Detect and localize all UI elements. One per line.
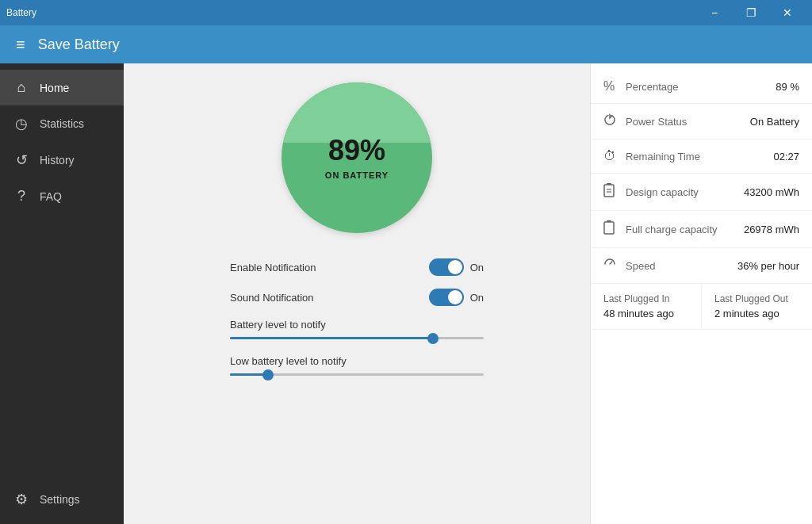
- full-charge-value: 26978 mWh: [744, 224, 799, 235]
- svg-rect-5: [604, 222, 614, 234]
- settings-icon: ⚙: [13, 491, 30, 508]
- content-area: 89% ON BATTERY Enable Notification On So…: [124, 63, 812, 524]
- enable-notification-row: Enable Notification On: [230, 258, 484, 276]
- low-battery-thumb[interactable]: [262, 369, 274, 381]
- info-row-full-charge: Full charge capacity 26978 mWh: [591, 211, 812, 248]
- sound-notification-toggle[interactable]: [429, 289, 464, 306]
- info-row-remaining: ⏱ Remaining Time 02:27: [591, 140, 812, 174]
- plug-in-title: Last Plugged In: [603, 293, 688, 304]
- battery-status: ON BATTERY: [325, 170, 389, 180]
- battery-level-track: [230, 337, 484, 339]
- minimize-button[interactable]: −: [696, 0, 733, 25]
- sidebar-item-history[interactable]: ↺ History: [0, 142, 124, 178]
- enable-notification-value: On: [470, 262, 484, 273]
- plug-section: Last Plugged In 48 minutes ago Last Plug…: [591, 284, 812, 330]
- speed-icon: [603, 258, 626, 273]
- info-row-speed: Speed 36% per hour: [591, 248, 812, 284]
- info-panel: % Percentage 89 % Power Status On Batter…: [590, 63, 812, 524]
- sidebar-item-statistics[interactable]: ◷ Statistics: [0, 105, 124, 142]
- low-battery-track: [230, 373, 484, 376]
- plug-out-cell: Last Plugged Out 2 minutes ago: [702, 284, 812, 329]
- sidebar-label-history: History: [40, 154, 75, 166]
- close-button[interactable]: ✕: [769, 0, 806, 25]
- sidebar-label-settings: Settings: [40, 493, 80, 506]
- svg-rect-1: [604, 185, 614, 197]
- speed-value: 36% per hour: [737, 260, 799, 272]
- battery-level-label: Battery level to notify: [230, 319, 484, 331]
- sound-notification-label: Sound Notification: [230, 292, 429, 304]
- titlebar-controls: − ❐ ✕: [696, 0, 806, 25]
- sidebar-footer: ⚙ Settings: [0, 481, 124, 524]
- sidebar-item-home[interactable]: ⌂ Home: [0, 70, 124, 105]
- remaining-label: Remaining Time: [626, 151, 773, 163]
- settings-controls: Enable Notification On Sound Notificatio…: [230, 258, 484, 392]
- sidebar-item-faq[interactable]: ? FAQ: [0, 178, 124, 214]
- percentage-icon: %: [603, 79, 626, 94]
- plug-in-cell: Last Plugged In 48 minutes ago: [591, 284, 702, 329]
- design-capacity-label: Design capacity: [626, 186, 744, 198]
- home-icon: ⌂: [13, 79, 30, 96]
- sidebar-item-settings[interactable]: ⚙ Settings: [0, 481, 124, 518]
- power-status-value: On Battery: [750, 116, 799, 128]
- faq-icon: ?: [13, 188, 30, 205]
- design-capacity-value: 43200 mWh: [744, 186, 799, 198]
- battery-level-fill: [230, 337, 433, 339]
- info-row-power-status: Power Status On Battery: [591, 104, 812, 140]
- battery-percentage: 89%: [325, 134, 389, 167]
- low-battery-slider-container: Low battery level to notify: [230, 355, 484, 376]
- battery-circle-text: 89% ON BATTERY: [325, 134, 389, 182]
- clock-icon: ⏱: [603, 149, 626, 163]
- plug-in-value: 48 minutes ago: [603, 308, 688, 319]
- main-layout: ⌂ Home ◷ Statistics ↺ History ? FAQ ⚙ Se…: [0, 63, 812, 524]
- sidebar-label-statistics: Statistics: [40, 117, 84, 130]
- speed-label: Speed: [626, 260, 737, 272]
- power-status-label: Power Status: [626, 116, 750, 128]
- statistics-icon: ◷: [13, 115, 30, 132]
- sound-notification-row: Sound Notification On: [230, 289, 484, 306]
- history-icon: ↺: [13, 151, 30, 169]
- page-title: Save Battery: [38, 36, 120, 53]
- titlebar: Battery − ❐ ✕: [0, 0, 812, 25]
- design-capacity-icon: [603, 183, 626, 201]
- enable-notification-toggle[interactable]: [429, 258, 464, 276]
- plug-out-title: Last Plugged Out: [714, 293, 799, 304]
- battery-circle: 89% ON BATTERY: [282, 82, 432, 233]
- sidebar-nav: ⌂ Home ◷ Statistics ↺ History ? FAQ: [0, 63, 124, 481]
- content-left: 89% ON BATTERY Enable Notification On So…: [124, 63, 590, 524]
- battery-circle-container: 89% ON BATTERY: [282, 82, 432, 233]
- enable-notification-label: Enable Notification: [230, 262, 429, 273]
- full-charge-icon: [603, 220, 626, 238]
- power-icon: [603, 113, 626, 129]
- sound-notification-value: On: [470, 292, 484, 304]
- info-row-design-capacity: Design capacity 43200 mWh: [591, 174, 812, 211]
- battery-level-thumb[interactable]: [427, 333, 439, 344]
- battery-level-slider-container: Battery level to notify: [230, 319, 484, 339]
- low-battery-label: Low battery level to notify: [230, 355, 484, 367]
- percentage-label: Percentage: [626, 81, 776, 93]
- info-row-percentage: % Percentage 89 %: [591, 70, 812, 104]
- menu-button[interactable]: ≡: [16, 36, 25, 54]
- titlebar-left: Battery: [6, 7, 36, 18]
- sidebar: ⌂ Home ◷ Statistics ↺ History ? FAQ ⚙ Se…: [0, 63, 124, 524]
- maximize-button[interactable]: ❐: [733, 0, 769, 25]
- svg-line-6: [610, 262, 612, 264]
- full-charge-label: Full charge capacity: [626, 224, 744, 235]
- percentage-value: 89 %: [776, 81, 799, 93]
- sidebar-label-faq: FAQ: [40, 190, 62, 203]
- remaining-value: 02:27: [773, 151, 799, 163]
- app-title: Battery: [6, 7, 36, 18]
- sidebar-label-home: Home: [40, 82, 69, 94]
- plug-out-value: 2 minutes ago: [714, 308, 799, 319]
- header: ≡ Save Battery: [0, 25, 812, 63]
